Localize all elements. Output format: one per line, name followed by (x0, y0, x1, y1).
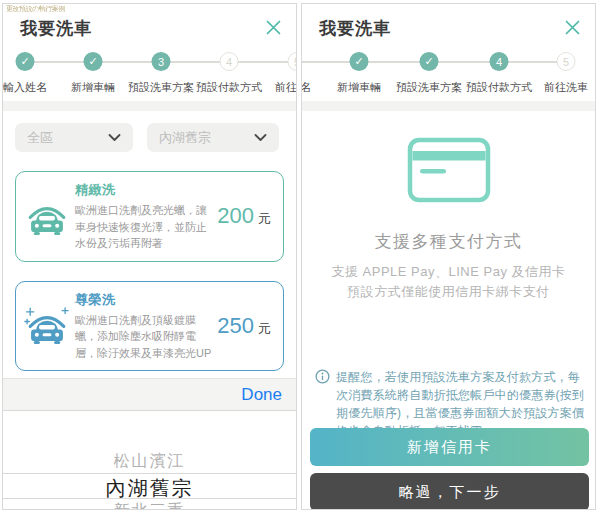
step-label: 前往洗車 (275, 80, 297, 95)
plan-description: 歐洲進口洗劑及頂級鍍膜蠟，添加除塵水吸附靜電層，除汙效果及車漆亮光UP (75, 312, 217, 362)
picker-item-selected[interactable]: 內湖舊宗 (3, 475, 296, 502)
step-label: 輸入姓名 (301, 80, 311, 95)
add-credit-card-button[interactable]: 新增信用卡 (310, 428, 589, 466)
step-number-circle: 5 (288, 52, 298, 71)
step-number-circle: 3 (152, 52, 171, 71)
station-picker[interactable]: 松山濱江內湖舊宗新北三重台中東海台南永康 (3, 411, 296, 510)
step-label: 預設洗車方案 (128, 80, 194, 95)
price-value: 200 (217, 203, 254, 229)
plan-name: 尊榮洗 (75, 291, 217, 309)
picker-item[interactable]: 松山濱江 (3, 451, 296, 472)
picker-item[interactable]: 新北三重 (3, 501, 296, 510)
close-icon[interactable] (265, 19, 282, 36)
plan-name: 精緻洗 (75, 181, 217, 199)
step-label: 預設洗車方案 (396, 80, 462, 95)
panel-wash-plan: 更改預設の執行案例 我要洗車 ✓輸入姓名✓新增車輛3預設洗車方案4預設付款方式5… (2, 3, 297, 510)
panel-payment-setup: 我要洗車 ✓輸入姓名✓新增車輛✓預設洗車方案4預設付款方式5前往洗車 支援多種支… (301, 3, 596, 510)
step-label: 新增車輛 (337, 80, 381, 95)
price-unit: 元 (258, 320, 271, 338)
progress-stepper: ✓輸入姓名✓新增車輛3預設洗車方案4預設付款方式5前往洗車 (3, 49, 296, 99)
price-value: 250 (217, 313, 254, 339)
price-unit: 元 (258, 210, 271, 228)
progress-stepper: ✓輸入姓名✓新增車輛✓預設洗車方案4預設付款方式5前往洗車 (302, 49, 595, 99)
step-check-icon: ✓ (16, 52, 35, 71)
payment-subtext-line2: 預設方式僅能使用信用卡綁卡支付 (302, 282, 595, 302)
step-check-icon: ✓ (420, 52, 439, 71)
credit-card-icon (302, 137, 595, 203)
step-number-circle: 4 (490, 52, 509, 71)
plan-info: 尊榮洗歐洲進口洗劑及頂級鍍膜蠟，添加除塵水吸附靜電層，除汙效果及車漆亮光UP (75, 291, 217, 362)
region-filter-dropdown[interactable]: 全區 (15, 123, 133, 152)
modal-title: 我要洗車 (319, 17, 391, 40)
picker-separator (3, 473, 296, 474)
plan-info: 精緻洗歐洲進口洗劑及亮光蠟，讓車身快速恢復光澤，並防止水份及污垢再附著 (75, 181, 217, 252)
plan-card-精緻洗[interactable]: 精緻洗歐洲進口洗劑及亮光蠟，讓車身快速恢復光澤，並防止水份及污垢再附著200元 (15, 171, 284, 262)
car-wash-icon (23, 194, 71, 239)
step-number-circle: 5 (557, 52, 576, 71)
step-label: 預設付款方式 (466, 80, 532, 95)
plan-card-尊榮洗[interactable]: 尊榮洗歐洲進口洗劑及頂級鍍膜蠟，添加除塵水吸附靜電層，除汙效果及車漆亮光UP25… (15, 281, 284, 372)
background-artifact-text: 更改預設の執行案例 (6, 4, 65, 14)
dropdown-value: 全區 (27, 129, 53, 147)
filter-row: 全區內湖舊宗 (15, 123, 284, 152)
payment-subtext: 支援 APPLE Pay、LINE Pay 及信用卡 預設方式僅能使用信用卡綁卡… (302, 262, 595, 302)
close-icon[interactable] (564, 19, 581, 36)
chevron-down-icon (108, 134, 121, 142)
done-button[interactable]: Done (241, 385, 282, 405)
chevron-down-icon (254, 134, 267, 142)
step-label: 前往洗車 (544, 80, 588, 95)
plan-list: 精緻洗歐洲進口洗劑及亮光蠟，讓車身快速恢復光澤，並防止水份及污垢再附著200元尊… (15, 171, 284, 371)
skip-next-button[interactable]: 略過，下一步 (310, 473, 589, 510)
plan-price: 200元 (217, 203, 271, 229)
modal-header: 我要洗車 (302, 4, 595, 40)
step-check-icon: ✓ (350, 52, 369, 71)
payment-headline: 支援多種支付方式 (302, 230, 595, 253)
section-divider (3, 101, 296, 111)
plan-description: 歐洲進口洗劑及亮光蠟，讓車身快速恢復光澤，並防止水份及污垢再附著 (75, 202, 217, 252)
dropdown-value: 內湖舊宗 (159, 129, 211, 147)
plan-price: 250元 (217, 313, 271, 339)
step-label: 預設付款方式 (196, 80, 262, 95)
step-number-circle: 4 (220, 52, 239, 71)
station-filter-dropdown[interactable]: 內湖舊宗 (147, 123, 279, 152)
section-divider (302, 101, 595, 111)
car-wash-icon (23, 303, 71, 348)
step-label: 新增車輛 (71, 80, 115, 95)
payment-subtext-line1: 支援 APPLE Pay、LINE Pay 及信用卡 (302, 262, 595, 282)
modal-title: 我要洗車 (20, 17, 92, 40)
step-check-icon: ✓ (84, 52, 103, 71)
picker-toolbar: Done (3, 378, 296, 411)
step-label: 輸入姓名 (3, 80, 47, 95)
